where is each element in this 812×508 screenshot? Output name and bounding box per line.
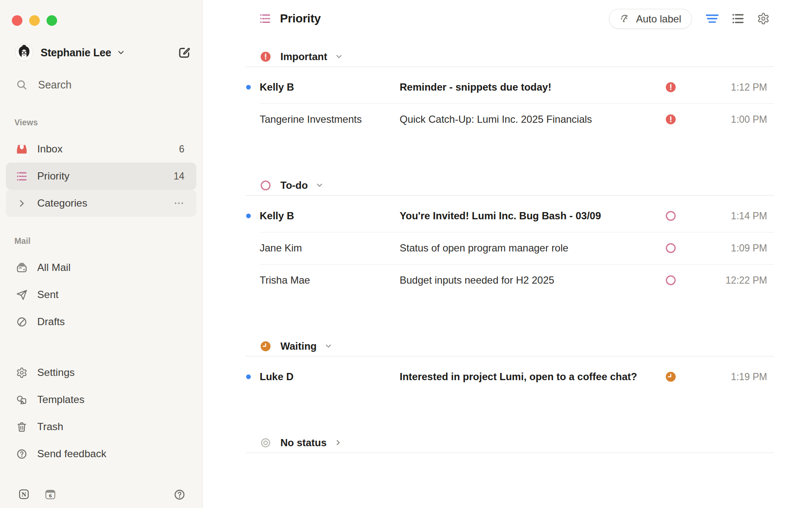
section-header-todo[interactable]: To-do [245, 175, 774, 196]
help-icon[interactable] [173, 489, 186, 501]
email-subject: Interested in project Lumi, open to a co… [400, 371, 658, 383]
priority-view-icon [259, 13, 271, 25]
user-name: Stephanie Lee [41, 47, 111, 59]
email-row[interactable]: Tangerine InvestmentsQuick Catch-Up: Lum… [245, 103, 774, 135]
sidebar-nav: ViewsInbox6Priority14CategoriesMailAll M… [0, 118, 202, 467]
section-title: No status [280, 437, 326, 449]
more-options-icon[interactable] [173, 198, 184, 209]
chevron-down-icon[interactable] [335, 52, 343, 61]
traffic-light-zoom-button[interactable] [47, 15, 57, 26]
email-time: 1:19 PM [731, 371, 767, 383]
email-time: 1:00 PM [731, 114, 767, 125]
sidebar-item-label: Settings [37, 367, 75, 378]
email-sender: Jane Kim [260, 242, 398, 254]
email-subject: You're Invited! Lumi Inc. Bug Bash - 03/… [400, 210, 658, 222]
email-subject: Reminder - snippets due today! [400, 81, 658, 93]
email-row[interactable]: Luke DInterested in project Lumi, open t… [245, 361, 774, 393]
chevron-down-icon[interactable] [324, 342, 333, 351]
inbox-count-badge: 6 [179, 144, 184, 155]
page-title: Priority [280, 12, 321, 25]
sidebar-group: MailAll MailSentDrafts [0, 236, 202, 335]
sidebar-item-label: Inbox [37, 143, 63, 155]
search-field[interactable]: Search [16, 75, 71, 95]
todo-status-icon[interactable] [665, 210, 676, 221]
email-sender: Kelly B [260, 210, 398, 222]
email-row[interactable]: Kelly BReminder - snippets due today!1:1… [245, 71, 774, 103]
chevron-down-icon[interactable] [116, 48, 126, 57]
mail-section-important: ImportantKelly BReminder - snippets due … [245, 47, 774, 135]
account-switcher[interactable]: Stephanie Lee [15, 43, 191, 62]
svg-text:6: 6 [49, 492, 52, 499]
email-time: 1:09 PM [731, 243, 767, 254]
display-options-button[interactable] [730, 11, 746, 26]
sidebar-group: ViewsInbox6Priority14Categories [0, 118, 202, 217]
sidebar-item-settings[interactable]: Settings [6, 359, 196, 386]
email-sender: Luke D [260, 371, 398, 383]
mail-section-waiting: WaitingLuke DInterested in project Lumi,… [245, 336, 774, 393]
unread-dot [246, 214, 251, 218]
email-row[interactable]: Kelly BYou're Invited! Lumi Inc. Bug Bas… [245, 200, 774, 232]
waiting-status-icon [260, 341, 271, 352]
important-status-icon[interactable] [665, 114, 676, 125]
sidebar-item-trash[interactable]: Trash [6, 413, 196, 440]
sidebar-item-label: Trash [37, 421, 63, 433]
email-time: 1:12 PM [731, 82, 767, 93]
sidebar-item-label: Sent [37, 289, 58, 301]
sidebar-item-templates[interactable]: Templates [6, 386, 196, 413]
templates-icon [16, 394, 27, 406]
filter-button[interactable] [705, 11, 720, 26]
auto-label-button[interactable]: Auto label [609, 9, 692, 29]
sidebar-item-all-mail[interactable]: All Mail [6, 254, 196, 281]
priority-icon [16, 171, 27, 182]
todo-status-icon [260, 180, 271, 191]
mail-section-no-status: No status [245, 433, 774, 453]
settings-button[interactable] [756, 11, 771, 26]
important-status-icon [260, 51, 271, 62]
section-title: Waiting [280, 340, 317, 352]
sidebar-item-label: Send feedback [37, 448, 106, 460]
email-time: 1:14 PM [731, 210, 767, 222]
section-title: Important [280, 51, 327, 63]
priority-count-badge: 14 [173, 171, 184, 182]
section-rows: Kelly BReminder - snippets due today!1:1… [245, 67, 774, 135]
sidebar-group-label: Mail [14, 236, 202, 246]
email-sender: Kelly B [260, 81, 398, 93]
drafts-icon [16, 316, 27, 328]
waiting-status-icon[interactable] [665, 371, 676, 382]
email-sender: Trisha Mae [260, 274, 398, 286]
unread-dot [246, 85, 251, 90]
section-header-waiting[interactable]: Waiting [245, 336, 774, 356]
chevron-right-icon[interactable] [334, 438, 343, 447]
sidebar-item-drafts[interactable]: Drafts [6, 308, 196, 335]
compose-button[interactable] [177, 45, 191, 60]
todo-status-icon[interactable] [665, 243, 676, 254]
calendar-icon[interactable]: 6 [44, 489, 56, 500]
traffic-light-minimize-button[interactable] [29, 15, 40, 26]
email-sender: Tangerine Investments [260, 113, 398, 125]
sidebar-item-label: Templates [37, 394, 85, 406]
sidebar-item-send-feedback[interactable]: Send feedback [6, 440, 196, 467]
chevron-down-icon[interactable] [315, 181, 324, 190]
all-mail-icon [16, 262, 27, 273]
auto-label-icon [620, 13, 631, 25]
sent-icon [16, 289, 27, 301]
sidebar-item-label: Drafts [37, 316, 65, 328]
sidebar-item-categories[interactable]: Categories [6, 190, 196, 217]
todo-status-icon[interactable] [665, 275, 676, 286]
important-status-icon[interactable] [665, 82, 676, 93]
notion-logo-icon[interactable]: N [18, 489, 30, 500]
avatar [15, 44, 33, 61]
gear-icon [16, 367, 27, 378]
sidebar-item-sent[interactable]: Sent [6, 281, 196, 308]
inbox-icon [16, 144, 27, 155]
sidebar-item-inbox[interactable]: Inbox6 [6, 135, 196, 163]
email-row[interactable]: Trisha MaeBudget inputs needed for H2 20… [245, 264, 774, 296]
section-header-important[interactable]: Important [245, 47, 774, 67]
sidebar-item-priority[interactable]: Priority14 [6, 163, 196, 190]
traffic-light-close-button[interactable] [12, 15, 22, 26]
svg-text:N: N [22, 491, 26, 498]
section-header-no-status[interactable]: No status [245, 433, 774, 453]
email-subject: Status of open program manager role [400, 242, 658, 254]
email-row[interactable]: Jane KimStatus of open program manager r… [245, 232, 774, 264]
sidebar: Stephanie Lee Search ViewsInbox6Priority… [0, 0, 203, 508]
